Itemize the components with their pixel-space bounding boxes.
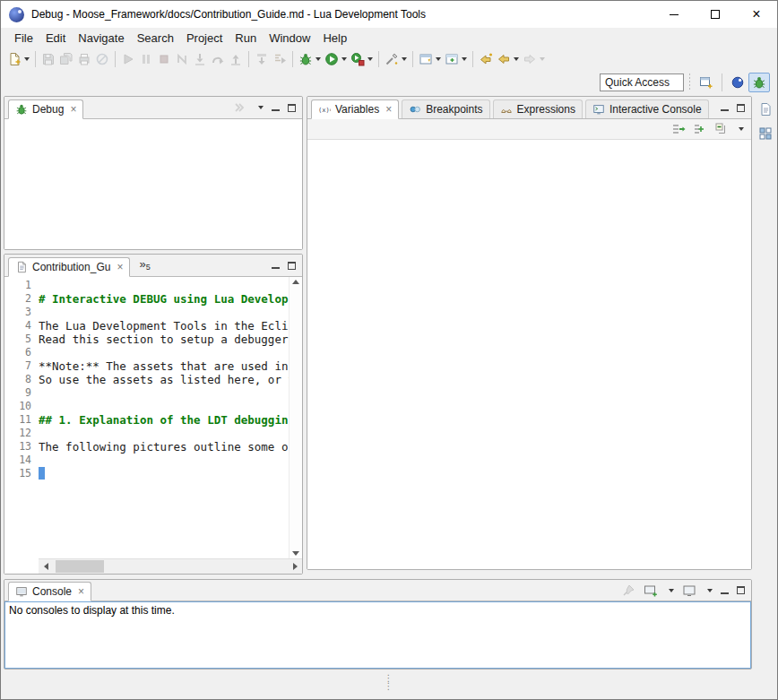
close-button[interactable]: × (736, 1, 777, 28)
open-perspective-button[interactable] (696, 73, 717, 92)
minimize-icon[interactable] (272, 109, 280, 111)
menu-run[interactable]: Run (229, 30, 263, 47)
external-tools-button[interactable] (383, 49, 409, 69)
vertical-scrollbar[interactable] (289, 277, 302, 558)
line-number: 8 (4, 373, 39, 386)
back-dropdown-icon[interactable] (514, 57, 519, 61)
open-console-icon[interactable] (644, 583, 658, 598)
open-wizard-button[interactable] (417, 49, 443, 69)
maximize-icon[interactable] (737, 586, 745, 594)
view-menu-icon[interactable] (258, 106, 264, 109)
sash-handle[interactable]: ⋮⋮ (1, 674, 777, 690)
terminate-button[interactable] (155, 49, 173, 69)
resume-button[interactable] (119, 49, 137, 69)
external-tools-dropdown-icon[interactable] (402, 57, 407, 61)
menu-search[interactable]: Search (131, 30, 180, 47)
scrollbar-thumb[interactable] (56, 560, 104, 573)
close-icon[interactable]: × (70, 105, 76, 114)
run-dropdown-icon[interactable] (341, 57, 347, 61)
tab-breakpoints[interactable]: Breakpoints (402, 99, 489, 118)
show-logical-structure-icon[interactable] (671, 122, 686, 136)
minimized-views-tray (755, 96, 776, 575)
minimize-button[interactable] (653, 1, 695, 28)
drop-to-frame-button[interactable] (253, 49, 271, 69)
print-button[interactable] (75, 49, 93, 69)
line-number-ruler[interactable]: 123456789101112131415 (4, 277, 39, 574)
maximize-icon (711, 10, 720, 19)
scrollbar-track[interactable] (53, 559, 288, 574)
restore-editor-icon[interactable] (756, 100, 774, 118)
menu-file[interactable]: File (8, 30, 39, 47)
menu-edit[interactable]: Edit (39, 30, 72, 47)
minimize-icon[interactable] (721, 592, 729, 594)
forward-button[interactable] (521, 49, 547, 69)
coverage-button[interactable] (349, 49, 375, 69)
minimize-icon[interactable] (721, 109, 729, 111)
close-icon[interactable]: × (78, 587, 84, 596)
remove-terminated-icon[interactable] (233, 100, 247, 115)
show-references-icon[interactable] (693, 122, 707, 136)
open-wizard-dropdown-icon[interactable] (436, 57, 441, 61)
suspend-button[interactable] (137, 49, 155, 69)
use-step-filters-button[interactable] (271, 49, 289, 69)
open-console-dropdown-icon[interactable] (669, 589, 674, 592)
new-view-wizard-button[interactable] (443, 49, 469, 69)
menu-help[interactable]: Help (316, 30, 353, 47)
hidden-editors-chevron[interactable]: » 5 (130, 256, 155, 276)
maximize-icon[interactable] (288, 262, 296, 270)
scroll-right-button[interactable] (288, 559, 302, 574)
close-icon[interactable]: × (385, 105, 392, 114)
maximize-icon[interactable] (288, 104, 296, 112)
new-dropdown-icon[interactable] (24, 57, 30, 61)
debug-perspective-button[interactable] (748, 73, 770, 92)
display-selected-console-icon[interactable] (682, 583, 696, 598)
debug-button[interactable] (297, 49, 323, 69)
minimize-icon[interactable] (272, 267, 280, 269)
step-return-button[interactable] (227, 49, 245, 69)
debug-view-body (4, 119, 302, 249)
step-into-button[interactable] (191, 49, 209, 69)
disconnect-button[interactable] (173, 49, 191, 69)
display-console-dropdown-icon[interactable] (707, 589, 713, 592)
run-button[interactable] (323, 49, 349, 69)
restore-views-icon[interactable] (756, 125, 774, 143)
maximize-button[interactable] (695, 1, 736, 28)
quick-access-input[interactable]: Quick Access (600, 73, 684, 91)
console-message-area: No consoles to display at this time. (4, 601, 751, 669)
tab-debug[interactable]: Debug × (8, 99, 83, 119)
tab-interactive-console[interactable]: Interactive Console (585, 99, 709, 118)
tab-expressions[interactable]: Expressions (493, 99, 583, 118)
pin-console-icon[interactable] (621, 583, 635, 598)
scroll-down-icon[interactable] (292, 551, 299, 556)
last-edit-location-button[interactable] (477, 49, 495, 69)
view-menu-icon[interactable] (739, 127, 744, 131)
menu-navigate[interactable]: Navigate (72, 30, 130, 47)
scroll-up-icon[interactable] (292, 280, 299, 284)
use-step-filters-icon (272, 52, 287, 66)
back-icon (497, 52, 511, 66)
code-editor-area[interactable]: # Interactive DEBUG using Lua DevelopThe… (39, 277, 289, 558)
tab-variables[interactable]: (x)=Variables× (311, 99, 399, 119)
lua-perspective-button[interactable] (727, 73, 748, 92)
menu-window[interactable]: Window (263, 30, 316, 47)
collapse-all-icon[interactable] (714, 122, 729, 136)
step-over-button[interactable] (209, 49, 227, 69)
back-button[interactable] (495, 49, 521, 69)
external-tools-icon (385, 52, 399, 66)
horizontal-scrollbar[interactable] (39, 558, 302, 574)
tab-console[interactable]: Console × (8, 582, 91, 601)
new-view-wizard-dropdown-icon[interactable] (462, 57, 467, 61)
coverage-dropdown-icon[interactable] (367, 57, 373, 61)
menu-project[interactable]: Project (180, 30, 229, 47)
maximize-icon[interactable] (737, 104, 745, 112)
save-all-button[interactable] (57, 49, 75, 69)
save-button[interactable] (39, 49, 57, 69)
close-icon[interactable]: × (117, 263, 123, 272)
scroll-left-button[interactable] (39, 559, 53, 574)
skip-all-breakpoints-button[interactable] (93, 49, 111, 69)
tab-contribution-guide[interactable]: Contribution_Gu × (8, 257, 130, 277)
editor-header: Contribution_Gu × » 5 (4, 255, 302, 277)
new-button[interactable] (5, 49, 31, 69)
forward-dropdown-icon[interactable] (540, 57, 545, 61)
debug-dropdown-icon[interactable] (316, 57, 321, 61)
